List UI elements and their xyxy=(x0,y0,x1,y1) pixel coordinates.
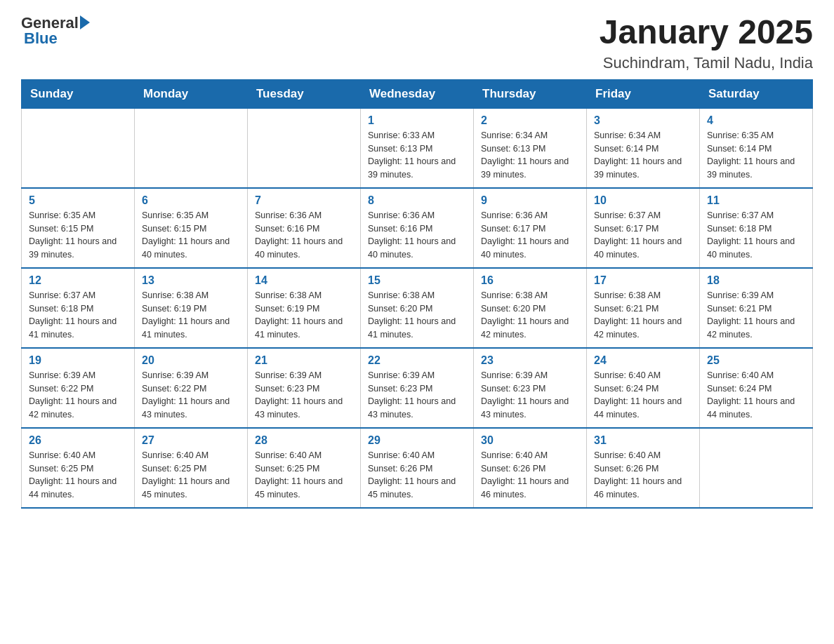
day-number: 11 xyxy=(707,194,805,207)
calendar-cell: 18Sunrise: 6:39 AM Sunset: 6:21 PM Dayli… xyxy=(700,268,813,348)
calendar-cell: 9Sunrise: 6:36 AM Sunset: 6:17 PM Daylig… xyxy=(474,188,587,268)
day-number: 15 xyxy=(368,274,466,287)
logo-arrow-icon xyxy=(80,15,90,29)
day-number: 17 xyxy=(594,274,692,287)
day-info: Sunrise: 6:39 AM Sunset: 6:22 PM Dayligh… xyxy=(29,369,127,422)
day-info: Sunrise: 6:39 AM Sunset: 6:22 PM Dayligh… xyxy=(142,369,240,422)
calendar-cell: 1Sunrise: 6:33 AM Sunset: 6:13 PM Daylig… xyxy=(361,108,474,188)
day-info: Sunrise: 6:40 AM Sunset: 6:24 PM Dayligh… xyxy=(594,369,692,422)
day-info: Sunrise: 6:35 AM Sunset: 6:15 PM Dayligh… xyxy=(29,209,127,262)
day-number: 25 xyxy=(707,354,805,367)
day-number: 5 xyxy=(29,194,127,207)
calendar-week-row: 1Sunrise: 6:33 AM Sunset: 6:13 PM Daylig… xyxy=(22,108,813,188)
day-info: Sunrise: 6:40 AM Sunset: 6:26 PM Dayligh… xyxy=(594,449,692,502)
day-number: 31 xyxy=(594,434,692,447)
column-header-sunday: Sunday xyxy=(22,79,135,108)
day-info: Sunrise: 6:40 AM Sunset: 6:26 PM Dayligh… xyxy=(368,449,466,502)
column-header-saturday: Saturday xyxy=(700,79,813,108)
calendar-cell: 22Sunrise: 6:39 AM Sunset: 6:23 PM Dayli… xyxy=(361,348,474,428)
logo-blue-text: Blue xyxy=(24,29,58,48)
day-number: 7 xyxy=(255,194,353,207)
calendar-cell: 6Sunrise: 6:35 AM Sunset: 6:15 PM Daylig… xyxy=(135,188,248,268)
calendar-header-row: SundayMondayTuesdayWednesdayThursdayFrid… xyxy=(22,79,813,108)
day-number: 2 xyxy=(481,114,579,127)
calendar-cell: 16Sunrise: 6:38 AM Sunset: 6:20 PM Dayli… xyxy=(474,268,587,348)
day-number: 8 xyxy=(368,194,466,207)
day-info: Sunrise: 6:34 AM Sunset: 6:13 PM Dayligh… xyxy=(481,129,579,182)
day-number: 10 xyxy=(594,194,692,207)
calendar-cell: 11Sunrise: 6:37 AM Sunset: 6:18 PM Dayli… xyxy=(700,188,813,268)
column-header-tuesday: Tuesday xyxy=(248,79,361,108)
day-info: Sunrise: 6:40 AM Sunset: 6:25 PM Dayligh… xyxy=(255,449,353,502)
calendar-cell: 8Sunrise: 6:36 AM Sunset: 6:16 PM Daylig… xyxy=(361,188,474,268)
day-number: 24 xyxy=(594,354,692,367)
calendar-cell: 26Sunrise: 6:40 AM Sunset: 6:25 PM Dayli… xyxy=(22,428,135,508)
calendar-cell: 19Sunrise: 6:39 AM Sunset: 6:22 PM Dayli… xyxy=(22,348,135,428)
calendar-cell: 21Sunrise: 6:39 AM Sunset: 6:23 PM Dayli… xyxy=(248,348,361,428)
day-number: 18 xyxy=(707,274,805,287)
column-header-wednesday: Wednesday xyxy=(361,79,474,108)
logo: General Blue xyxy=(21,14,90,48)
day-number: 1 xyxy=(368,114,466,127)
calendar-cell xyxy=(248,108,361,188)
day-info: Sunrise: 6:39 AM Sunset: 6:23 PM Dayligh… xyxy=(481,369,579,422)
day-number: 26 xyxy=(29,434,127,447)
day-number: 23 xyxy=(481,354,579,367)
calendar-title: January 2025 xyxy=(600,14,813,51)
calendar-cell: 30Sunrise: 6:40 AM Sunset: 6:26 PM Dayli… xyxy=(474,428,587,508)
day-number: 28 xyxy=(255,434,353,447)
calendar-cell: 24Sunrise: 6:40 AM Sunset: 6:24 PM Dayli… xyxy=(587,348,700,428)
calendar-cell: 12Sunrise: 6:37 AM Sunset: 6:18 PM Dayli… xyxy=(22,268,135,348)
day-number: 16 xyxy=(481,274,579,287)
calendar-cell: 14Sunrise: 6:38 AM Sunset: 6:19 PM Dayli… xyxy=(248,268,361,348)
day-info: Sunrise: 6:38 AM Sunset: 6:19 PM Dayligh… xyxy=(255,289,353,342)
calendar-cell xyxy=(135,108,248,188)
day-info: Sunrise: 6:40 AM Sunset: 6:25 PM Dayligh… xyxy=(29,449,127,502)
day-number: 19 xyxy=(29,354,127,367)
calendar-week-row: 12Sunrise: 6:37 AM Sunset: 6:18 PM Dayli… xyxy=(22,268,813,348)
calendar-cell: 27Sunrise: 6:40 AM Sunset: 6:25 PM Dayli… xyxy=(135,428,248,508)
page-header: General Blue January 2025 Suchindram, Ta… xyxy=(21,14,813,72)
calendar-cell: 25Sunrise: 6:40 AM Sunset: 6:24 PM Dayli… xyxy=(700,348,813,428)
calendar-cell: 20Sunrise: 6:39 AM Sunset: 6:22 PM Dayli… xyxy=(135,348,248,428)
day-info: Sunrise: 6:33 AM Sunset: 6:13 PM Dayligh… xyxy=(368,129,466,182)
day-number: 20 xyxy=(142,354,240,367)
calendar-cell: 15Sunrise: 6:38 AM Sunset: 6:20 PM Dayli… xyxy=(361,268,474,348)
day-info: Sunrise: 6:35 AM Sunset: 6:14 PM Dayligh… xyxy=(707,129,805,182)
column-header-monday: Monday xyxy=(135,79,248,108)
calendar-week-row: 26Sunrise: 6:40 AM Sunset: 6:25 PM Dayli… xyxy=(22,428,813,508)
calendar-cell xyxy=(22,108,135,188)
day-info: Sunrise: 6:38 AM Sunset: 6:19 PM Dayligh… xyxy=(142,289,240,342)
calendar-cell: 3Sunrise: 6:34 AM Sunset: 6:14 PM Daylig… xyxy=(587,108,700,188)
day-number: 6 xyxy=(142,194,240,207)
day-number: 14 xyxy=(255,274,353,287)
calendar-week-row: 5Sunrise: 6:35 AM Sunset: 6:15 PM Daylig… xyxy=(22,188,813,268)
day-info: Sunrise: 6:38 AM Sunset: 6:20 PM Dayligh… xyxy=(368,289,466,342)
calendar-cell: 2Sunrise: 6:34 AM Sunset: 6:13 PM Daylig… xyxy=(474,108,587,188)
column-header-thursday: Thursday xyxy=(474,79,587,108)
day-number: 4 xyxy=(707,114,805,127)
calendar-cell: 7Sunrise: 6:36 AM Sunset: 6:16 PM Daylig… xyxy=(248,188,361,268)
day-info: Sunrise: 6:37 AM Sunset: 6:18 PM Dayligh… xyxy=(707,209,805,262)
day-info: Sunrise: 6:39 AM Sunset: 6:23 PM Dayligh… xyxy=(368,369,466,422)
calendar-cell: 31Sunrise: 6:40 AM Sunset: 6:26 PM Dayli… xyxy=(587,428,700,508)
calendar-cell: 10Sunrise: 6:37 AM Sunset: 6:17 PM Dayli… xyxy=(587,188,700,268)
calendar-cell: 17Sunrise: 6:38 AM Sunset: 6:21 PM Dayli… xyxy=(587,268,700,348)
day-info: Sunrise: 6:40 AM Sunset: 6:24 PM Dayligh… xyxy=(707,369,805,422)
day-info: Sunrise: 6:39 AM Sunset: 6:23 PM Dayligh… xyxy=(255,369,353,422)
calendar-cell: 13Sunrise: 6:38 AM Sunset: 6:19 PM Dayli… xyxy=(135,268,248,348)
calendar-cell: 5Sunrise: 6:35 AM Sunset: 6:15 PM Daylig… xyxy=(22,188,135,268)
day-info: Sunrise: 6:36 AM Sunset: 6:16 PM Dayligh… xyxy=(368,209,466,262)
calendar-title-area: January 2025 Suchindram, Tamil Nadu, Ind… xyxy=(600,14,813,72)
day-info: Sunrise: 6:36 AM Sunset: 6:17 PM Dayligh… xyxy=(481,209,579,262)
day-number: 22 xyxy=(368,354,466,367)
calendar-cell xyxy=(700,428,813,508)
day-number: 30 xyxy=(481,434,579,447)
calendar-table: SundayMondayTuesdayWednesdayThursdayFrid… xyxy=(21,79,813,509)
day-number: 29 xyxy=(368,434,466,447)
day-info: Sunrise: 6:35 AM Sunset: 6:15 PM Dayligh… xyxy=(142,209,240,262)
calendar-cell: 28Sunrise: 6:40 AM Sunset: 6:25 PM Dayli… xyxy=(248,428,361,508)
day-info: Sunrise: 6:40 AM Sunset: 6:25 PM Dayligh… xyxy=(142,449,240,502)
day-info: Sunrise: 6:39 AM Sunset: 6:21 PM Dayligh… xyxy=(707,289,805,342)
calendar-week-row: 19Sunrise: 6:39 AM Sunset: 6:22 PM Dayli… xyxy=(22,348,813,428)
